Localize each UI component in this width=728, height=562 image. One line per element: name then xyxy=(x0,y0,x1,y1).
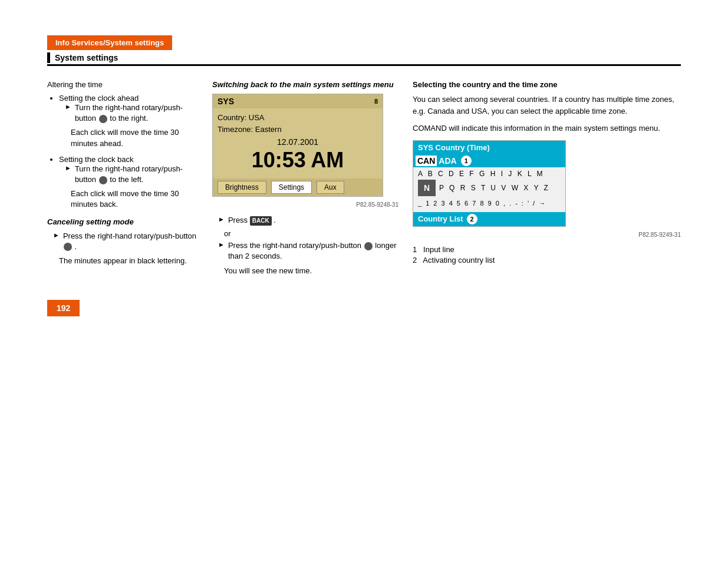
press-back-text: Press BACK . xyxy=(228,215,276,226)
arrow-icon-1: ► xyxy=(65,103,71,110)
sys-date: 12.07.2001 xyxy=(218,137,378,147)
ct-letters-row1: A B C D E F G H I J K L M xyxy=(418,170,545,178)
arrow-text-2: Turn the right-hand rotary/push-button t… xyxy=(75,164,198,185)
note-1: Each click will move the time 30 minutes… xyxy=(71,127,198,148)
arrow-item-1: ► Turn the right-hand rotary/push-button… xyxy=(65,103,198,124)
circle-btn-3 xyxy=(64,243,72,251)
sub-header-bar-icon xyxy=(47,52,50,63)
ct-letters-row2: P Q R S T U V W X Y Z xyxy=(439,184,550,192)
sub-header: System settings xyxy=(47,50,681,66)
cancel-arrow-item: ► Press the right-hand rotary/push-butto… xyxy=(53,231,198,252)
right-column: Selecting the country and the time zone … xyxy=(413,80,681,282)
settings-button[interactable]: Settings xyxy=(271,181,312,194)
country-time-panel: SYS Country (Time) CAN ADA 1 A B C D E F… xyxy=(413,140,566,227)
ct-input-rest: ADA xyxy=(437,156,458,166)
bullet-item-2: Setting the clock back ► Turn the right-… xyxy=(59,155,198,210)
ct-numbers: _ 1 2 3 4 5 6 7 8 9 0 , . - : ' / → xyxy=(418,200,546,207)
ct-input-highlight: CAN xyxy=(416,156,437,166)
panel-caption-1: P82.85-9248-31 xyxy=(212,201,398,208)
sys-panel-header: SYS 8 xyxy=(213,94,383,108)
header-bar: Info Services/System settings xyxy=(47,35,172,50)
footnote-1: 1 Input line xyxy=(413,245,681,254)
sys-time: 10:53 AM xyxy=(218,148,378,173)
aux-button[interactable]: Aux xyxy=(317,181,344,194)
sys-panel: SYS 8 Country: USA Timezone: Eastern 12.… xyxy=(212,94,383,197)
sys-panel-body: Country: USA Timezone: Eastern 12.07.200… xyxy=(213,108,383,178)
ct-circle-2: 2 xyxy=(467,214,477,224)
right-text-2: COMAND will indicate this information in… xyxy=(413,123,681,134)
main-content: Altering the time Setting the clock ahea… xyxy=(47,80,681,282)
note-2: Each click will move the time 30 minutes… xyxy=(71,189,198,210)
left-column: Altering the time Setting the clock ahea… xyxy=(47,80,212,282)
press-back-item: ► Press BACK . xyxy=(218,215,398,226)
sys-dot: 8 xyxy=(374,98,378,105)
circle-btn-2 xyxy=(99,176,107,184)
arrow-item-2: ► Turn the right-hand rotary/push-button… xyxy=(65,164,198,185)
mid-arrow-item-2: ► Press the right-hand rotary/push-butto… xyxy=(218,240,398,262)
bullet-list: Setting the clock ahead ► Turn the right… xyxy=(47,94,198,210)
sub-header-title: System settings xyxy=(55,53,118,62)
selecting-country-title: Selecting the country and the time zone xyxy=(413,80,681,89)
cancel-arrow-icon: ► xyxy=(53,232,60,239)
footnote-2: 2 Activating country list xyxy=(413,256,681,265)
canceling-title: Canceling setting mode xyxy=(47,217,198,226)
cancel-note: The minutes appear in black lettering. xyxy=(59,256,198,266)
circle-btn-4 xyxy=(364,242,373,250)
ct-circle-1: 1 xyxy=(461,156,472,166)
brightness-button[interactable]: Brightness xyxy=(218,181,266,194)
mid-column: Switching back to the main system settin… xyxy=(212,80,413,282)
bullet-item-1: Setting the clock ahead ► Turn the right… xyxy=(59,94,198,149)
altering-time-title: Altering the time xyxy=(47,80,198,89)
or-label: or xyxy=(224,229,398,238)
mid-arrow-icon-2: ► xyxy=(218,241,225,248)
press-back-arrow-icon: ► xyxy=(218,216,225,223)
arrow-icon-2: ► xyxy=(65,164,71,171)
cancel-arrow-text: Press the right-hand rotary/push-button … xyxy=(63,231,198,252)
ct-n-row: N P Q R S T U V W X Y Z xyxy=(418,180,561,196)
back-key: BACK xyxy=(250,216,272,226)
ct-input-row: CAN ADA 1 xyxy=(413,154,565,167)
page-number: 192 xyxy=(47,300,80,316)
circle-btn-1 xyxy=(99,115,107,123)
sys-country: Country: USA Timezone: Eastern xyxy=(218,112,378,135)
mid-note-2: You will see the new time. xyxy=(224,266,398,276)
ct-country-list-label: Country List xyxy=(418,214,463,223)
switching-back-title: Switching back to the main system settin… xyxy=(212,80,398,89)
mid-arrow-text-2: Press the right-hand rotary/push-button … xyxy=(228,240,398,262)
ct-n-key[interactable]: N xyxy=(418,180,436,196)
ct-row-1: A B C D E F G H I J K L M xyxy=(418,170,561,178)
ct-header: SYS Country (Time) xyxy=(413,141,565,154)
ct-numbers-row: _ 1 2 3 4 5 6 7 8 9 0 , . - : ' / → xyxy=(418,199,561,207)
header-bar-container: Info Services/System settings System set… xyxy=(47,35,681,66)
sys-panel-footer: Brightness Settings Aux xyxy=(213,178,383,196)
arrow-text-1: Turn the right-hand rotary/push-button t… xyxy=(75,103,198,124)
panel-caption-2: P82.85-9249-31 xyxy=(413,232,681,238)
ct-country-list-row: Country List 2 xyxy=(413,212,565,226)
sys-label: SYS xyxy=(218,97,234,106)
right-text-1: You can select among several countries. … xyxy=(413,94,681,117)
ct-keyboard: A B C D E F G H I J K L M N P Q R S T U … xyxy=(413,167,565,212)
header-bar-label: Info Services/System settings xyxy=(55,38,164,47)
page-footer: 192 xyxy=(47,300,681,316)
